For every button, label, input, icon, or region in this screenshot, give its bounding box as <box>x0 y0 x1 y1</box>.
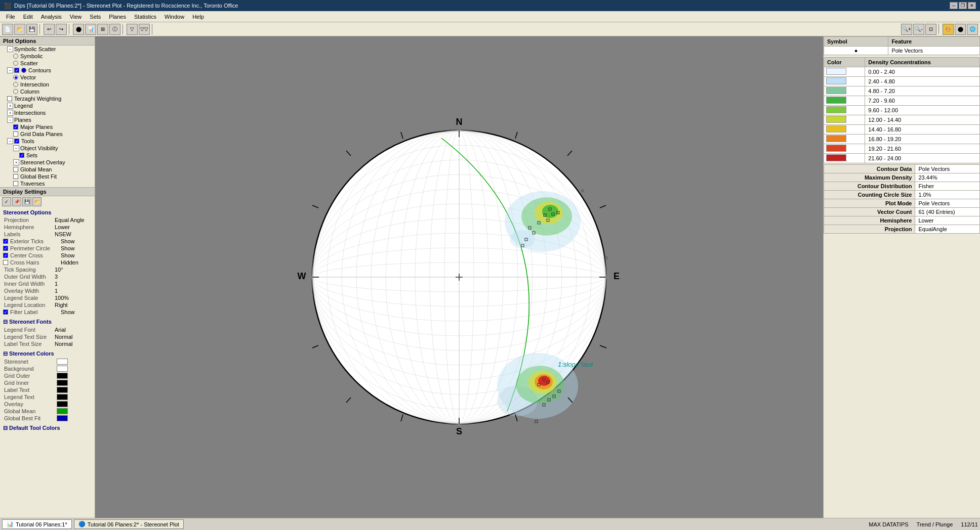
zoom-in-button[interactable]: 🔍+ <box>901 24 912 35</box>
perimeter-checkbox[interactable] <box>3 246 8 251</box>
symbolic-item[interactable]: Symbolic <box>0 53 95 60</box>
new-button[interactable]: 📄 <box>2 24 13 35</box>
object-visibility-item[interactable]: − Object Visibility <box>0 145 95 152</box>
filter-button[interactable]: ▽ <box>127 24 138 35</box>
grid-outer-swatch[interactable] <box>57 373 68 379</box>
expand-icon-planes[interactable]: − <box>7 117 13 123</box>
plot-button[interactable]: 📊 <box>85 24 96 35</box>
menu-analysis[interactable]: Analysis <box>37 13 66 21</box>
global-mean-swatch[interactable] <box>57 408 68 414</box>
stereonet-button[interactable]: ⬤ <box>73 24 84 35</box>
label-text-size-value: Normal <box>55 341 72 347</box>
cross-hairs-row: Cross Hairs Hidden <box>0 259 95 266</box>
intersection-radio[interactable] <box>13 82 18 87</box>
symbolic-scatter-item[interactable]: − Symbolic Scatter <box>0 46 95 53</box>
grid-outer-label: Grid Outer <box>4 373 55 379</box>
major-planes-item[interactable]: Major Planes <box>0 123 95 130</box>
save-button[interactable]: 💾 <box>26 24 37 35</box>
tab-tutorial1[interactable]: 📊 Tutorial 06 Planes:1* <box>2 519 72 529</box>
scatter-radio[interactable] <box>13 61 18 66</box>
global-best-fit-checkbox[interactable] <box>13 174 18 179</box>
traverses-item[interactable]: Traverses <box>0 180 95 187</box>
grid-inner-swatch[interactable] <box>57 380 68 386</box>
scatter-item[interactable]: Scatter <box>0 60 95 67</box>
ds-load-btn[interactable]: 📂 <box>32 197 42 206</box>
background-color-swatch[interactable] <box>57 366 68 372</box>
tab-tutorial2[interactable]: 🔵 Tutorial 06 Planes:2* - Stereonet Plot <box>74 519 184 529</box>
ds-check-btn[interactable]: ✓ <box>2 197 11 206</box>
terzaghi-checkbox[interactable] <box>7 96 12 101</box>
label-text-swatch[interactable] <box>57 387 68 393</box>
exterior-ticks-checkbox[interactable] <box>3 239 8 244</box>
globe-button[interactable]: 🌐 <box>967 24 978 35</box>
default-tool-colors-section: ⊟ Default Tool Colors <box>0 423 95 433</box>
close-button[interactable]: ✕ <box>968 2 976 9</box>
stereonet-color-swatch[interactable] <box>57 359 68 365</box>
ds-pin-btn[interactable]: 📌 <box>12 197 21 206</box>
expand-icon-ov[interactable]: − <box>13 145 19 151</box>
menu-view[interactable]: View <box>66 13 86 21</box>
symbolic-radio[interactable] <box>13 54 18 59</box>
major-planes-checkbox[interactable] <box>13 124 18 129</box>
scatter-blob-tl <box>510 230 535 248</box>
grid-data-planes-item[interactable]: Grid Data Planes <box>0 130 95 138</box>
expand-icon-ss[interactable]: − <box>7 46 13 52</box>
table-button[interactable]: ⊞ <box>97 24 108 35</box>
grid-data-checkbox[interactable] <box>13 131 18 137</box>
center-cross-checkbox[interactable] <box>3 253 8 258</box>
global-mean-item[interactable]: Global Mean <box>0 166 95 173</box>
expand-icon-legend[interactable]: + <box>7 103 13 109</box>
filter-label-checkbox[interactable] <box>3 310 8 315</box>
filter2-button[interactable]: ▽▽ <box>139 24 150 35</box>
zoom-fit-button[interactable]: ⊡ <box>925 24 936 35</box>
sets-item[interactable]: Sets <box>0 152 95 159</box>
filter-label-value: Show <box>61 309 75 315</box>
intersections-item[interactable]: + Intersections <box>0 109 95 116</box>
info-button[interactable]: ⓘ <box>109 24 120 35</box>
zoom-out-button[interactable]: 🔍- <box>913 24 924 35</box>
menu-statistics[interactable]: Statistics <box>130 13 160 21</box>
expand-icon-tools[interactable]: − <box>7 138 13 144</box>
column-radio[interactable] <box>13 89 18 94</box>
sets-checkbox[interactable] <box>19 153 24 158</box>
vector-item[interactable]: Vector <box>0 74 95 81</box>
open-button[interactable]: 📂 <box>14 24 25 35</box>
menu-help[interactable]: Help <box>188 13 208 21</box>
restore-button[interactable]: ❐ <box>959 2 967 9</box>
menu-planes[interactable]: Planes <box>105 13 130 21</box>
menu-edit[interactable]: Edit <box>19 13 37 21</box>
menu-sets[interactable]: Sets <box>86 13 105 21</box>
terzaghi-item[interactable]: Terzaghi Weighting <box>0 95 95 102</box>
global-mean-checkbox[interactable] <box>13 167 18 172</box>
legend-item[interactable]: + Legend <box>0 102 95 109</box>
intersection-item[interactable]: Intersection <box>0 81 95 88</box>
ds-save-btn[interactable]: 💾 <box>22 197 31 206</box>
cross-hairs-checkbox[interactable] <box>3 260 8 265</box>
contours-checkbox[interactable] <box>14 68 19 73</box>
contours-item[interactable]: − Contours <box>0 67 95 74</box>
planes-item[interactable]: − Planes <box>0 116 95 123</box>
global-mean-label: Global Mean <box>20 166 52 172</box>
overlay-color-swatch[interactable] <box>57 401 68 407</box>
expand-icon-so[interactable]: + <box>13 159 19 165</box>
undo-button[interactable]: ↩ <box>44 24 55 35</box>
legend-text-swatch[interactable] <box>57 394 68 400</box>
color-button[interactable]: 🎨 <box>943 24 954 35</box>
tools-item[interactable]: − Tools <box>0 138 95 145</box>
stereonet-overlay-item[interactable]: + Stereonet Overlay <box>0 159 95 166</box>
traverses-checkbox[interactable] <box>13 181 18 186</box>
redo-button[interactable]: ↪ <box>56 24 67 35</box>
vector-radio[interactable] <box>13 75 18 80</box>
cross-hairs-value: Hidden <box>61 259 78 266</box>
menu-window[interactable]: Window <box>160 13 188 21</box>
perimeter-value: Show <box>61 245 75 251</box>
sphere-button[interactable]: ⬤ <box>955 24 966 35</box>
expand-icon-ints[interactable]: + <box>7 110 13 116</box>
global-best-fit-item[interactable]: Global Best Fit <box>0 173 95 180</box>
minimize-button[interactable]: ─ <box>950 2 958 9</box>
expand-icon-contours[interactable]: − <box>7 67 13 73</box>
global-best-fit-swatch[interactable] <box>57 415 68 421</box>
tools-checkbox[interactable] <box>14 139 19 144</box>
column-item[interactable]: Column <box>0 88 95 95</box>
menu-file[interactable]: File <box>2 13 19 21</box>
